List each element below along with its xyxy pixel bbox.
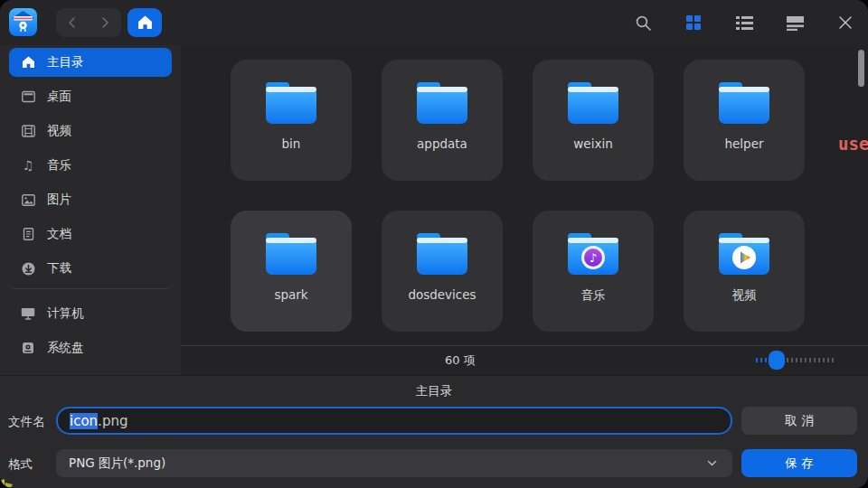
app-logo-icon	[9, 8, 37, 36]
back-button[interactable]	[59, 9, 86, 36]
sidebar-item-volume[interactable]: 157.9 GB 卷	[9, 368, 172, 375]
overlay-red-text: use	[838, 134, 868, 154]
folder-name: 视频	[732, 287, 757, 304]
folder-icon	[263, 231, 319, 277]
folder-tile-helper[interactable]: helper	[684, 60, 805, 181]
video-icon	[21, 124, 35, 138]
folder-name: appdata	[417, 136, 467, 151]
format-value: PNG 图片(*.png)	[69, 455, 165, 472]
sidebar-item-system-disk[interactable]: 系统盘	[9, 333, 172, 362]
item-count: 60 项	[445, 352, 476, 369]
nav-buttons	[56, 8, 121, 37]
sidebar-item-documents[interactable]: 文档	[9, 220, 172, 249]
home-crumb-button[interactable]	[127, 8, 162, 37]
image-icon	[21, 192, 35, 207]
download-icon	[21, 261, 35, 276]
sidebar-item-label: 音乐	[47, 157, 71, 174]
list-view-button[interactable]	[729, 8, 760, 37]
icon-size-slider[interactable]	[756, 351, 837, 370]
home-icon	[21, 55, 35, 70]
file-manager-window: 主目录 桌面 视频 ♫ 音乐 图片 文档 下载 计算机	[0, 0, 868, 488]
sidebar-item-videos[interactable]: 视频	[9, 117, 172, 145]
format-label: 格式	[8, 456, 33, 473]
folder-icon	[716, 231, 772, 277]
grid-view-button[interactable]	[678, 8, 709, 37]
folder-icon	[565, 80, 621, 126]
save-button[interactable]: 保 存	[741, 449, 857, 477]
folder-icon: ♪	[565, 231, 621, 277]
slider-track-filled	[756, 358, 769, 362]
sidebar-divider	[13, 288, 168, 289]
document-icon	[21, 227, 35, 241]
sidebar-item-label: 视频	[47, 123, 71, 139]
folder-tile-dosdevices[interactable]: dosdevices	[382, 211, 503, 332]
scrollbar-thumb[interactable]	[858, 50, 864, 87]
svg-text:♪: ♪	[590, 251, 597, 265]
folder-tile-weixin[interactable]: weixin	[533, 60, 654, 181]
grid-view-icon	[685, 14, 702, 31]
folder-icon	[716, 80, 772, 126]
list-view-icon	[736, 15, 753, 31]
folder-tile-bin[interactable]: bin	[231, 60, 352, 181]
cancel-button[interactable]: 取 消	[741, 407, 857, 435]
filename-input[interactable]: icon.png	[56, 407, 732, 435]
folder-icon	[414, 231, 470, 277]
chevron-right-icon	[99, 16, 111, 29]
sidebar-item-label: 文档	[47, 226, 71, 242]
video-badge-icon	[732, 246, 756, 269]
current-location: 主目录	[0, 383, 868, 399]
sidebar-item-label: 图片	[47, 192, 71, 208]
music-badge-icon: ♪	[581, 246, 605, 269]
folder-tile-spark[interactable]: spark	[231, 211, 352, 332]
sidebar-item-pictures[interactable]: 图片	[9, 185, 172, 214]
folder-name: dosdevices	[408, 287, 476, 302]
folder-icon	[263, 80, 319, 126]
music-icon: ♫	[21, 158, 35, 173]
sidebar-item-label: 系统盘	[47, 340, 84, 356]
slider-handle[interactable]	[769, 351, 785, 370]
search-button[interactable]	[627, 8, 658, 37]
close-button[interactable]	[830, 8, 861, 37]
sidebar-item-label: 主目录	[47, 54, 84, 70]
folder-tile-music[interactable]: ♪ 音乐	[533, 211, 654, 332]
sidebar-item-label: 桌面	[47, 89, 71, 105]
filename-label: 文件名	[8, 414, 45, 430]
sidebar-item-label: 计算机	[47, 305, 84, 322]
disk-icon	[21, 341, 35, 355]
titlebar	[0, 0, 868, 45]
format-select[interactable]: PNG 图片(*.png)	[56, 449, 732, 477]
filename-extension-text: .png	[98, 413, 127, 429]
detail-view-button[interactable]	[779, 8, 810, 37]
folder-name: helper	[724, 136, 763, 151]
folder-tile-appdata[interactable]: appdata	[382, 60, 503, 181]
chevron-down-icon	[706, 457, 718, 472]
sidebar: 主目录 桌面 视频 ♫ 音乐 图片 文档 下载 计算机	[0, 45, 181, 375]
sidebar-item-label: 下载	[47, 260, 71, 277]
folder-tile-videos[interactable]: 视频	[684, 211, 805, 332]
sidebar-item-downloads[interactable]: 下载	[9, 254, 172, 283]
sidebar-item-desktop[interactable]: 桌面	[9, 82, 172, 111]
folder-grid: bin appdata weixin helper spark dosdevic…	[181, 45, 868, 345]
close-icon	[838, 15, 853, 30]
sidebar-item-computer[interactable]: 计算机	[9, 299, 172, 328]
folder-name: bin	[282, 136, 301, 151]
statusbar: 60 项	[181, 345, 868, 375]
folder-icon	[414, 80, 470, 126]
home-icon	[137, 15, 153, 30]
desktop-icon	[21, 89, 35, 104]
forward-button[interactable]	[91, 9, 118, 36]
folder-name: weixin	[573, 136, 612, 151]
folder-name: spark	[274, 287, 307, 302]
save-dialog-footer: 主目录 文件名 icon.png 取 消 格式 PNG 图片(*.png) 保 …	[0, 375, 868, 488]
search-icon	[635, 14, 652, 32]
titlebar-actions	[627, 8, 864, 37]
sidebar-item-home[interactable]: 主目录	[9, 48, 172, 77]
sidebar-item-music[interactable]: ♫ 音乐	[9, 151, 172, 180]
slider-track	[787, 358, 836, 362]
detail-view-icon	[787, 15, 804, 31]
computer-icon	[21, 306, 35, 321]
filename-selected-text: icon	[70, 413, 98, 429]
chevron-left-icon	[66, 16, 79, 29]
folder-name: 音乐	[581, 287, 606, 304]
